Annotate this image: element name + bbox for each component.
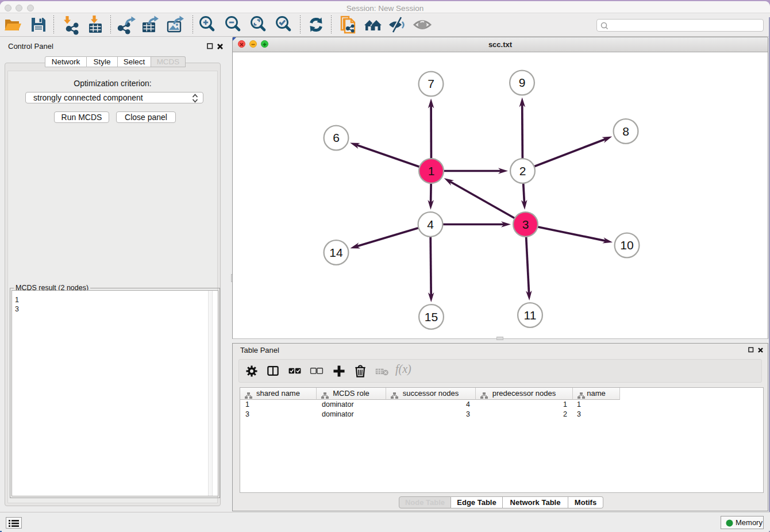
svg-text:8: 8 xyxy=(622,125,629,138)
svg-text:10: 10 xyxy=(620,238,633,252)
svg-text:7: 7 xyxy=(428,77,434,90)
svg-text:6: 6 xyxy=(333,131,340,144)
svg-text:15: 15 xyxy=(425,310,438,323)
svg-text:4: 4 xyxy=(427,218,434,231)
svg-text:14: 14 xyxy=(329,246,343,259)
svg-text:9: 9 xyxy=(519,76,526,89)
svg-text:1: 1 xyxy=(428,164,435,178)
svg-text:2: 2 xyxy=(519,164,526,178)
svg-text:3: 3 xyxy=(522,218,529,231)
svg-text:11: 11 xyxy=(524,309,537,322)
